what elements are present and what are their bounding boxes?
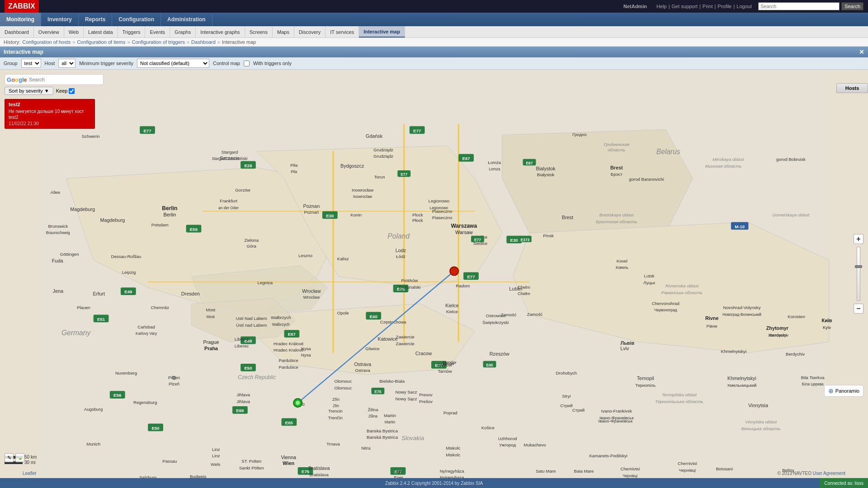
logout-link[interactable]: Logout [736, 4, 752, 9]
nav-inventory[interactable]: Inventory [41, 13, 79, 26]
svg-text:Kielce: Kielce [446, 309, 458, 314]
search-button[interactable]: Search [841, 2, 863, 10]
keep-checkbox[interactable] [69, 88, 75, 94]
subnav-events[interactable]: Events [145, 26, 170, 38]
svg-text:Lomza: Lomza [489, 167, 500, 171]
svg-text:Presov: Presov [419, 392, 433, 397]
alert-timestamp: 11/02/22 21:30 [9, 121, 91, 126]
breadcrumb-dashboard[interactable]: Dashboard [191, 39, 216, 45]
print-link[interactable]: Print [703, 4, 713, 9]
svg-text:E56: E56 [113, 393, 121, 398]
svg-text:Slovakia: Slovakia [401, 435, 424, 441]
svg-text:Frankfurt: Frankfurt [220, 198, 237, 203]
svg-text:Житомир: Житомир [768, 333, 787, 338]
nav-administration[interactable]: Administration [161, 13, 212, 26]
subnav-latest-data[interactable]: Latest data [84, 26, 118, 38]
subnav-interactive-map[interactable]: Interactive map [359, 26, 405, 38]
svg-text:Ужгород: Ужгород [499, 442, 516, 447]
google-search-input[interactable] [29, 75, 101, 84]
severity-select[interactable]: Not classified (default) [137, 59, 209, 68]
hosts-button[interactable]: Hosts [836, 83, 868, 93]
leaflet-icon[interactable]: 🍃 [15, 453, 24, 462]
svg-text:Khmelnytskyi: Khmelnytskyi [727, 375, 756, 381]
svg-text:Vinnytsia: Vinnytsia [748, 403, 769, 408]
control-map-label: Control map [213, 61, 240, 66]
svg-text:Тернопільська область: Тернопільська область [655, 399, 703, 404]
subnav-maps[interactable]: Maps [273, 26, 294, 38]
subnav-dashboard[interactable]: Dashboard [0, 26, 34, 38]
breadcrumb-config-items[interactable]: Configuration of items [77, 39, 125, 45]
subnav-it-services[interactable]: IT services [326, 26, 359, 38]
map-background[interactable]: E77 E77 E28 E30 E75 E67 E40 E77 E30 E55 [0, 70, 868, 478]
svg-text:E50: E50 [244, 366, 252, 371]
svg-text:Zilina: Zilina [368, 414, 377, 418]
group-select[interactable]: test [21, 59, 41, 68]
host-select[interactable]: all [58, 59, 75, 68]
profile-link[interactable]: Profile [717, 4, 731, 9]
subnav-interactive-graphs[interactable]: Interactive graphs [196, 26, 245, 38]
sort-chevron-icon: ▼ [44, 88, 49, 94]
navteq-credit: © 2013 NAVTEO User Agreement [777, 471, 845, 476]
svg-text:Płock: Płock [412, 218, 423, 223]
edit-pencil-icon[interactable]: ✎ [5, 453, 14, 462]
subnav-screens[interactable]: Screens [245, 26, 273, 38]
subnav-web[interactable]: Web [64, 26, 84, 38]
svg-text:Гродно: Гродно [572, 132, 586, 137]
breadcrumb-config-hosts[interactable]: Configuration of hosts [22, 39, 71, 45]
svg-text:Nowy Sącz: Nowy Sącz [395, 396, 417, 401]
help-link[interactable]: Help [656, 4, 667, 9]
svg-text:Dessau-Roßlau: Dessau-Roßlau [111, 254, 142, 259]
leaflet-link[interactable]: Leaflet [23, 471, 36, 476]
breadcrumb-config-triggers[interactable]: Configuration of triggers [132, 39, 185, 45]
svg-text:Braunschweig: Braunschweig [46, 230, 70, 235]
svg-text:Erfurt: Erfurt [93, 291, 104, 296]
get-support-link[interactable]: Get support [671, 4, 697, 9]
subnav-triggers[interactable]: Triggers [118, 26, 146, 38]
svg-text:Zielona: Zielona [244, 238, 259, 243]
close-icon[interactable]: ✕ [859, 48, 864, 56]
svg-text:Cracow: Cracow [415, 351, 432, 356]
nav-reports[interactable]: Reports [79, 13, 112, 26]
svg-text:Liberec: Liberec [235, 343, 249, 348]
svg-text:Rivne: Rivne [705, 315, 719, 321]
zoom-thumb[interactable] [855, 265, 862, 268]
svg-text:Carlsbad: Carlsbad [137, 324, 155, 329]
svg-text:Uzhhorod: Uzhhorod [498, 436, 517, 441]
svg-text:Botosani: Botosani [716, 466, 733, 471]
svg-text:Katowice: Katowice [378, 336, 398, 342]
svg-text:M-10: M-10 [735, 224, 745, 229]
svg-text:Khmelnytskyi: Khmelnytskyi [721, 349, 747, 354]
subnav-discovery[interactable]: Discovery [294, 26, 326, 38]
svg-text:E77: E77 [143, 128, 151, 133]
sort-severity-button[interactable]: Sort by severity ▼ [5, 87, 53, 95]
svg-text:Rivnenska oblast: Rivnenska oblast [665, 283, 699, 288]
nav-monitoring[interactable]: Monitoring [0, 13, 41, 26]
subnav-graphs[interactable]: Graphs [170, 26, 196, 38]
user-agreement-link[interactable]: User Agreement [813, 471, 845, 476]
svg-text:Zawiercie: Zawiercie [396, 334, 415, 339]
svg-text:Góra: Góra [247, 244, 257, 249]
svg-text:Inowrocław: Inowrocław [352, 188, 373, 192]
svg-text:Рівне: Рівне [707, 324, 717, 328]
svg-text:Grudziądz: Grudziądz [373, 147, 393, 152]
svg-text:Legionowo: Legionowo [429, 198, 450, 203]
search-input[interactable] [758, 2, 840, 10]
svg-text:Zamość: Zamość [527, 312, 542, 317]
control-map-checkbox[interactable] [244, 61, 250, 66]
svg-text:an der Oder: an der Oder [218, 206, 239, 210]
subnav-overview[interactable]: Overview [34, 26, 64, 38]
nav-configuration[interactable]: Configuration [112, 13, 161, 26]
svg-text:Nysa: Nysa [301, 352, 311, 357]
svg-text:Чернівці: Чернівці [679, 468, 696, 473]
zoom-slider[interactable] [857, 247, 860, 301]
svg-text:Zlin: Zlin [333, 404, 339, 408]
zoom-out-button[interactable]: − [854, 304, 863, 314]
zoom-in-button[interactable]: + [854, 234, 863, 244]
svg-text:Lutsk: Lutsk [644, 273, 655, 278]
svg-text:E77: E77 [413, 128, 421, 133]
svg-text:Legionowo: Legionowo [429, 206, 448, 210]
svg-text:Bydgoszcz: Bydgoszcz [340, 163, 364, 169]
svg-text:Stargard: Stargard [222, 150, 238, 155]
keep-container: Keep [56, 88, 75, 94]
panoramio-button[interactable]: ⊕ Panoramio [824, 385, 863, 397]
